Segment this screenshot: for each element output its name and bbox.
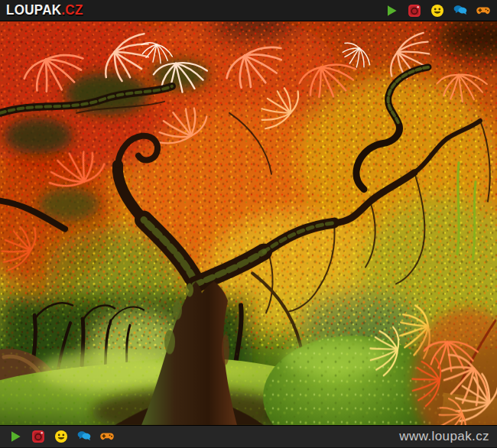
play-icon[interactable] (384, 3, 399, 18)
top-icon-row (384, 3, 491, 18)
logo-main: LOUPAK (6, 2, 61, 18)
gamepad-icon[interactable] (99, 429, 115, 444)
site-url: www.loupak.cz (399, 429, 489, 444)
bottom-icon-row (8, 429, 115, 444)
gamepad-icon[interactable] (476, 3, 491, 18)
instagram-icon[interactable] (407, 3, 422, 18)
logo-suffix: .CZ (61, 2, 83, 18)
site-logo[interactable]: LOUPAK.CZ (6, 3, 83, 17)
instagram-icon[interactable] (31, 429, 46, 444)
photo (0, 21, 497, 425)
chat-icon[interactable] (453, 3, 468, 18)
smiley-icon[interactable] (430, 3, 445, 18)
play-icon[interactable] (8, 429, 23, 444)
chat-icon[interactable] (76, 429, 92, 444)
smiley-icon[interactable] (54, 429, 69, 444)
bottom-bar: www.loupak.cz (0, 425, 497, 447)
top-bar: LOUPAK.CZ (0, 0, 497, 21)
